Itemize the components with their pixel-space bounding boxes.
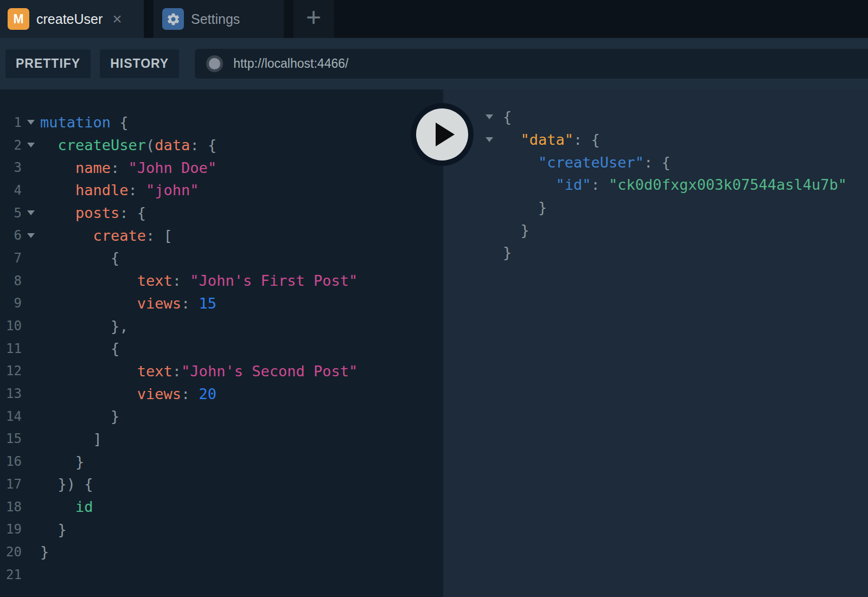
execute-query-button[interactable] xyxy=(411,103,474,166)
tab-createuser[interactable]: M createUser × xyxy=(0,0,144,38)
line-number: 13 xyxy=(0,386,22,401)
response-line[interactable]: "createUser": { xyxy=(443,151,868,174)
code-text: mutation { xyxy=(40,114,129,131)
query-line[interactable]: 1mutation { xyxy=(0,111,443,134)
prettify-button[interactable]: PRETTIFY xyxy=(5,49,91,78)
code-text: } xyxy=(40,521,67,538)
line-number: 5 xyxy=(0,206,22,221)
code-text: } xyxy=(503,222,529,239)
fold-arrow-icon[interactable] xyxy=(482,137,496,142)
code-text: }) { xyxy=(40,476,93,492)
code-text: { xyxy=(40,249,119,266)
code-text: text: "John's First Post" xyxy=(40,272,358,289)
query-line[interactable]: 6 create: [ xyxy=(0,224,443,247)
line-number: 17 xyxy=(0,477,22,492)
endpoint-url-input[interactable] xyxy=(233,56,868,71)
query-line[interactable]: 5 posts: { xyxy=(0,202,443,224)
line-number: 4 xyxy=(0,183,22,198)
close-tab-icon[interactable]: × xyxy=(112,11,122,27)
response-line[interactable]: "data": { xyxy=(443,129,868,151)
query-line[interactable]: 8 text: "John's First Post" xyxy=(0,269,443,292)
line-number: 16 xyxy=(0,454,22,469)
line-number: 11 xyxy=(0,341,22,356)
query-line[interactable]: 19 } xyxy=(0,518,443,541)
query-line[interactable]: 10 }, xyxy=(0,314,443,337)
response-line[interactable]: "id": "ck0d0fxgx003k07544asl4u7b" xyxy=(443,174,868,196)
line-number: 8 xyxy=(0,273,22,288)
response-viewer[interactable]: { "data": { "createUser": { "id": "ck0d0… xyxy=(443,89,868,597)
query-line[interactable]: 20} xyxy=(0,541,443,563)
line-number: 2 xyxy=(0,138,22,153)
query-line[interactable]: 18 id xyxy=(0,496,443,518)
code-text: handle: "john" xyxy=(40,182,199,198)
code-text: name: "John Doe" xyxy=(40,159,216,176)
response-line[interactable]: } xyxy=(443,219,868,241)
endpoint-url-bar[interactable] xyxy=(195,49,868,79)
line-number: 20 xyxy=(0,544,22,560)
code-text: { xyxy=(40,340,119,357)
query-line[interactable]: 15 ] xyxy=(0,428,443,451)
code-text: text:"John's Second Post" xyxy=(40,363,358,380)
query-line[interactable]: 3 name: "John Doe" xyxy=(0,156,443,179)
query-line[interactable]: 4 handle: "john" xyxy=(0,179,443,202)
fold-arrow-icon[interactable] xyxy=(22,120,40,125)
code-text: views: 20 xyxy=(40,386,216,402)
query-editor[interactable]: 1mutation {2 createUser(data: {3 name: "… xyxy=(0,89,443,597)
line-number: 14 xyxy=(0,409,22,424)
new-tab-button[interactable]: + xyxy=(293,0,334,38)
code-text: } xyxy=(503,199,547,216)
code-text: } xyxy=(40,453,84,470)
toolbar: PRETTIFY HISTORY xyxy=(0,38,868,89)
fold-arrow-icon[interactable] xyxy=(482,114,496,119)
tab-createuser-label: createUser xyxy=(36,11,103,27)
fold-arrow-icon[interactable] xyxy=(22,233,40,238)
code-text: create: [ xyxy=(40,227,173,244)
query-line[interactable]: 11 { xyxy=(0,337,443,360)
line-number: 6 xyxy=(0,228,22,243)
query-line[interactable]: 17 }) { xyxy=(0,473,443,496)
mutation-badge-icon: M xyxy=(8,8,29,30)
line-number: 7 xyxy=(0,251,22,266)
tab-settings-label: Settings xyxy=(191,11,240,27)
code-text: } xyxy=(503,244,512,261)
plus-icon: + xyxy=(306,4,321,30)
code-text: } xyxy=(40,408,119,425)
line-number: 3 xyxy=(0,160,22,175)
line-number: 19 xyxy=(0,522,22,537)
code-text: createUser(data: { xyxy=(40,137,216,153)
query-line[interactable]: 14 } xyxy=(0,405,443,428)
line-number: 1 xyxy=(0,115,22,130)
line-number: 21 xyxy=(0,567,22,582)
gear-icon xyxy=(162,8,184,30)
query-line[interactable]: 7 { xyxy=(0,247,443,269)
fold-arrow-icon[interactable] xyxy=(22,210,40,215)
query-line[interactable]: 9 views: 15 xyxy=(0,292,443,315)
code-text: views: 15 xyxy=(40,295,216,312)
line-number: 18 xyxy=(0,499,22,515)
response-line[interactable]: } xyxy=(443,196,868,219)
code-text: { xyxy=(503,108,512,125)
response-line[interactable]: } xyxy=(443,241,868,264)
line-number: 9 xyxy=(0,296,22,311)
response-line[interactable]: { xyxy=(443,106,868,129)
code-text: ] xyxy=(40,431,102,447)
code-text: }, xyxy=(40,318,129,335)
query-line[interactable]: 12 text:"John's Second Post" xyxy=(0,360,443,383)
line-number: 15 xyxy=(0,431,22,446)
fold-arrow-icon[interactable] xyxy=(22,143,40,147)
code-text: } xyxy=(40,543,49,560)
play-button-circle xyxy=(416,108,468,161)
tab-settings[interactable]: Settings xyxy=(154,0,284,38)
code-text: id xyxy=(40,498,93,515)
line-number: 12 xyxy=(0,363,22,378)
endpoint-status-icon xyxy=(209,58,220,69)
query-line[interactable]: 21 xyxy=(0,563,443,586)
query-line[interactable]: 16 } xyxy=(0,450,443,473)
query-line[interactable]: 2 createUser(data: { xyxy=(0,134,443,157)
code-text: "data": { xyxy=(503,131,600,148)
code-text: "id": "ck0d0fxgx003k07544asl4u7b" xyxy=(503,176,847,193)
play-icon xyxy=(436,123,455,146)
tab-bar: M createUser × Settings + xyxy=(0,0,868,38)
history-button[interactable]: HISTORY xyxy=(100,49,179,78)
query-line[interactable]: 13 views: 20 xyxy=(0,382,443,405)
